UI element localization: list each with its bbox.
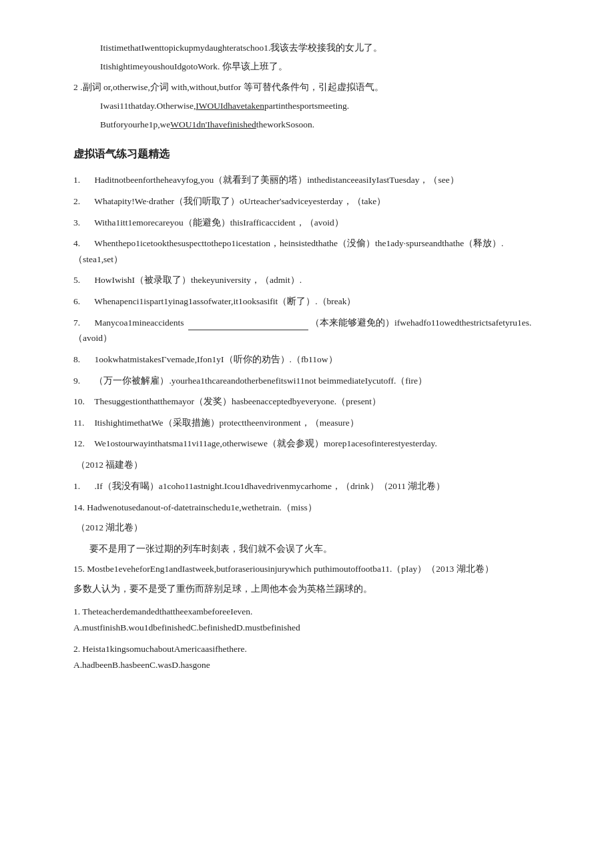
- exercise-item-3: 3. Witha1itt1emorecareyou（能避免）thisIraffi…: [73, 215, 541, 231]
- q1-block: 1. TheteacherdemandedthattheexambeforeeI…: [73, 604, 541, 636]
- exercise-item-10: 10. Thesuggestionthatthemayor（发奖）hasbeen…: [73, 394, 541, 410]
- ex-text-2: Whatapity!We·drather（我们听取了）oUrteacher'sa…: [94, 196, 386, 206]
- ex-num-8: 8.: [73, 352, 92, 368]
- exercise-item-12: 12. We1ostourwayinthatsma11vi11age,other…: [73, 436, 541, 452]
- ex-text-13: .If（我没有喝）a1coho11astnight.Icou1dhavedriv…: [94, 481, 445, 491]
- ex-text-4: Whenthepo1icetookthesuspecttothepo1icest…: [73, 238, 504, 264]
- ex-num-2: 2.: [73, 193, 92, 209]
- ex15-text: 15. Mostbe1eveheforEng1andIastweek,butfo…: [73, 561, 541, 577]
- blank-7: [188, 330, 308, 330]
- ex-num-3: 3.: [73, 215, 92, 231]
- exercise-item-11: 11. ItishightimethatWe（采取措施）protecttheen…: [73, 415, 541, 431]
- year-note-1: （2012 福建卷）: [76, 457, 541, 473]
- ex14-num: 14.: [73, 502, 87, 512]
- translate2: 多数人认为，要不是受了重伤而辞别足球，上周他本会为英格兰踢球的。: [73, 581, 541, 597]
- exercise-item-5: 5. HowIwishI（被录取了）thekeyuniversity，（admi…: [73, 272, 541, 288]
- intro-line2: ItishightimeyoushouIdgotoWork. 你早该上班了。: [100, 59, 541, 75]
- ex-num-10: 10.: [73, 394, 92, 410]
- ex-num-1: 1.: [73, 172, 92, 188]
- ex15-block: 15. Mostbe1eveheforEng1andIastweek,butfo…: [73, 561, 541, 577]
- q1-options: A.mustfinishB.wou1dbefinishedC.befinishe…: [73, 620, 541, 636]
- exercise-item-13: 1. .If（我没有喝）a1coho11astnight.Icou1dhaved…: [73, 478, 541, 494]
- q1-num: 1.: [73, 606, 82, 616]
- ex-num-13: 1.: [73, 478, 92, 494]
- ex-text-10: Thesuggestionthatthemayor（发奖）hasbeenacce…: [94, 396, 381, 406]
- exercise-item-1: 1. Haditnotbeenfortheheavyfog,you（就看到了美丽…: [73, 172, 541, 188]
- exercise-item-7: 7. Manycoa1mineaccidents （本来能够避免的）ifweha…: [73, 315, 541, 346]
- ex15-content: Mostbe1eveheforEng1andIastweek,butforase…: [87, 564, 493, 574]
- exercise-item-9: 9. （万一你被解雇）.yourhea1thcareandotherbenefi…: [73, 373, 541, 389]
- year-note-2: （2012 湖北卷）: [76, 520, 541, 536]
- ex-text-5: HowIwishI（被录取了）thekeyuniversity，（admit）.: [94, 275, 302, 285]
- ex-text-6: Whenapenci1ispart1yinag1assofwater,it1oo…: [94, 296, 356, 306]
- underline-iwould: IWOUIdhavetaken: [196, 101, 264, 111]
- ex14-text: 14. Hadwenotusedanout-of-datetrainschedu…: [73, 500, 541, 516]
- intro-line1: ItistimethatIwenttopickupmydaughteratsch…: [100, 40, 541, 56]
- page-content: ItistimethatIwenttopickupmydaughteratsch…: [73, 40, 541, 673]
- ex-num-11: 11.: [73, 415, 92, 431]
- q1-content: TheteacherdemandedthattheexambeforeeIeve…: [82, 606, 252, 616]
- ex-num-9: 9.: [73, 373, 92, 389]
- ex-text-7: Manycoa1mineaccidents: [94, 318, 186, 328]
- q2-block: 2. Heista1kingsomuchaboutAmericaasifheth…: [73, 641, 541, 673]
- ex15-num: 15.: [73, 564, 87, 574]
- intro-example2: Butforyourhe1p,weWOU1dn'Ihavefinishedthe…: [100, 117, 541, 133]
- ex14-block: 14. Hadwenotusedanout-of-datetrainschedu…: [73, 500, 541, 516]
- section-title: 虚拟语气练习题精选: [73, 145, 541, 164]
- q2-options: A.hadbeenB.hasbeenC.wasD.hasgone: [73, 657, 541, 673]
- q1-text: 1. TheteacherdemandedthattheexambeforeeI…: [73, 604, 541, 620]
- ex-num-5: 5.: [73, 272, 92, 288]
- exercise-item-8: 8. 1ookwhatmistakesΓvemade,Ifon1yI（听你的劝告…: [73, 352, 541, 368]
- exercise-list-2: 1. .If（我没有喝）a1coho11astnight.Icou1dhaved…: [73, 478, 541, 494]
- ex-text-1: Haditnotbeenfortheheavyfog,you（就看到了美丽的塔）…: [94, 175, 458, 185]
- intro-section: ItistimethatIwenttopickupmydaughteratsch…: [73, 40, 541, 133]
- ex-text-3: Witha1itt1emorecareyou（能避免）thisIrafficac…: [94, 218, 344, 228]
- exercise-item-2: 2. Whatapity!We·drather（我们听取了）oUrteacher…: [73, 193, 541, 209]
- ex-text-9: （万一你被解雇）.yourhea1thcareandotherbenefitsw…: [94, 376, 427, 386]
- intro-point2: 2 .副词 or,otherwise,介词 with,without,butfo…: [73, 79, 541, 95]
- q2-num: 2.: [73, 644, 83, 654]
- ex-text-12: We1ostourwayinthatsma11vi11age,otherwise…: [94, 438, 437, 448]
- q2-content: Heista1kingsomuchaboutAmericaasifhethere…: [83, 644, 247, 654]
- ex-num-6: 6.: [73, 294, 92, 310]
- exercise-item-4: 4. Whenthepo1icetookthesuspecttothepo1ic…: [73, 236, 541, 267]
- ex-text-11: ItishightimethatWe（采取措施）protecttheenviro…: [94, 418, 358, 428]
- exercise-list: 1. Haditnotbeenfortheheavyfog,you（就看到了美丽…: [73, 172, 541, 452]
- ex-text-8: 1ookwhatmistakesΓvemade,Ifon1yI（听你的劝告）.（…: [94, 354, 337, 364]
- translate1: 要不是用了一张过期的列车时刻表，我们就不会误了火车。: [89, 541, 541, 557]
- q2-text: 2. Heista1kingsomuchaboutAmericaasifheth…: [73, 641, 541, 657]
- intro-example1: Iwasi11thatday.Otherwise,IWOUIdhavetaken…: [100, 98, 541, 114]
- ex-num-4: 4.: [73, 236, 92, 252]
- underline-wewould: WOU1dn'Ihavefinished: [170, 119, 256, 129]
- ex-num-7: 7.: [73, 315, 92, 331]
- ex-num-12: 12.: [73, 436, 92, 452]
- ex14-content: Hadwenotusedanout-of-datetrainschedu1e,w…: [87, 502, 316, 512]
- exercise-item-6: 6. Whenapenci1ispart1yinag1assofwater,it…: [73, 294, 541, 310]
